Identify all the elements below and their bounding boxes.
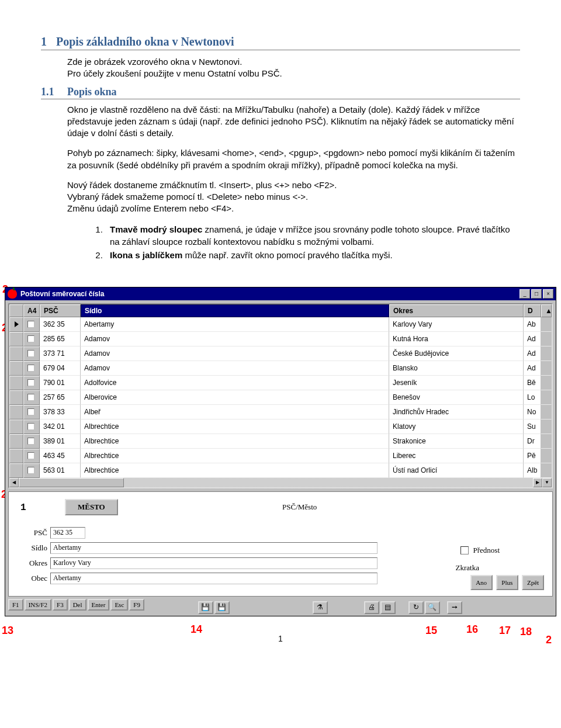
close-button[interactable]: × — [543, 289, 553, 299]
checkbox-icon[interactable] — [27, 365, 34, 372]
zpet-button[interactable]: Zpět — [522, 575, 544, 590]
vertical-scroll-track[interactable] — [541, 376, 552, 390]
checkbox-icon[interactable] — [27, 350, 34, 357]
prednost-checkbox[interactable] — [460, 546, 469, 554]
cell-checkbox[interactable] — [23, 346, 40, 361]
vertical-scroll-track[interactable] — [541, 346, 552, 361]
header-psc[interactable]: PSČ — [40, 304, 81, 317]
cell-checkbox[interactable] — [23, 361, 40, 376]
cell-checkbox[interactable] — [23, 317, 40, 332]
checkbox-icon[interactable] — [27, 379, 34, 386]
vertical-scroll-track[interactable] — [541, 420, 552, 434]
cell-checkbox[interactable] — [23, 376, 40, 390]
checkbox-icon[interactable] — [27, 452, 34, 459]
status-key-esc[interactable]: Esc — [110, 599, 128, 611]
ano-button[interactable]: Ano — [470, 575, 493, 590]
scroll-thumb[interactable] — [19, 478, 124, 487]
table-row[interactable]: 563 01AlbrechticeÚstí nad OrlicíAlb — [9, 463, 552, 478]
header-a4[interactable]: A4 — [23, 304, 40, 317]
status-key-f1[interactable]: F1 — [8, 599, 23, 611]
checkbox-icon[interactable] — [27, 438, 34, 445]
table-row[interactable]: 285 65AdamovKutná HoraAd — [9, 332, 552, 346]
table-row[interactable]: 373 71AdamovČeské BudějoviceAd — [9, 346, 552, 361]
vertical-scroll-track[interactable] — [541, 317, 552, 332]
scroll-up-button[interactable]: ▲ — [541, 304, 552, 317]
data-grid[interactable]: A4 PSČ Sídlo Okres D ▲ 362 35AbertamyKar… — [8, 303, 553, 488]
apple-icon[interactable] — [8, 289, 17, 299]
table-row[interactable]: 257 65AlberoviceBenešovLo — [9, 390, 552, 405]
plus-button[interactable]: Plus — [496, 575, 518, 590]
vertical-scroll-track[interactable] — [541, 361, 552, 376]
row-indicator[interactable] — [9, 346, 23, 361]
titlebar[interactable]: Poštovní směrovací čísla _ □ × — [5, 287, 556, 300]
vertical-scroll-track[interactable] — [541, 390, 552, 405]
row-indicator[interactable] — [9, 390, 23, 405]
checkbox-icon[interactable] — [27, 467, 34, 474]
table-row[interactable]: 378 33AlbeřJindřichův HradecNo — [9, 405, 552, 420]
cell-psc: 463 45 — [40, 449, 81, 463]
refresh-icon[interactable]: ↻ — [408, 601, 424, 614]
scroll-track[interactable] — [124, 478, 533, 487]
row-indicator[interactable] — [9, 449, 23, 463]
checkbox-icon[interactable] — [27, 408, 34, 415]
bar-icon[interactable]: ▤ — [380, 601, 396, 614]
checkbox-icon[interactable] — [27, 335, 34, 342]
status-key-del[interactable]: Del — [69, 599, 86, 611]
row-indicator[interactable] — [9, 361, 23, 376]
scroll-right-button[interactable]: ▶ — [533, 478, 542, 487]
row-indicator[interactable] — [9, 434, 23, 449]
psc-field[interactable]: 362 35 — [50, 527, 85, 539]
status-key-f3[interactable]: F3 — [53, 599, 68, 611]
vertical-scroll-track[interactable] — [541, 405, 552, 420]
print-icon[interactable]: 🖨 — [364, 601, 379, 614]
table-row[interactable]: 790 01AdolfoviceJeseníkBě — [9, 376, 552, 390]
cell-checkbox[interactable] — [23, 463, 40, 478]
cell-checkbox[interactable] — [23, 434, 40, 449]
status-key-ins-f2[interactable]: INS/F2 — [25, 599, 51, 611]
sidlo-field[interactable]: Abertamy — [50, 542, 378, 554]
header-sidlo[interactable]: Sídlo — [81, 304, 389, 317]
next-icon[interactable]: ➙ — [447, 601, 462, 614]
header-selector[interactable] — [9, 304, 23, 317]
header-okres[interactable]: Okres — [389, 304, 524, 317]
table-row[interactable]: 362 35AbertamyKarlovy VaryAb — [9, 317, 552, 332]
vertical-scroll-track[interactable] — [541, 463, 552, 478]
checkbox-icon[interactable] — [27, 394, 34, 401]
vertical-scroll-track[interactable] — [541, 332, 552, 346]
row-indicator[interactable] — [9, 332, 23, 346]
scroll-left-button[interactable]: ◀ — [9, 478, 19, 487]
cell-checkbox[interactable] — [23, 449, 40, 463]
prednost-checkbox-group[interactable]: Přednost — [460, 546, 500, 555]
obec-field[interactable]: Abertamy — [50, 573, 378, 584]
row-indicator[interactable] — [9, 463, 23, 478]
table-row[interactable]: 679 04AdamovBlanskoAd — [9, 361, 552, 376]
header-d[interactable]: D — [524, 304, 541, 317]
checkbox-icon[interactable] — [27, 321, 34, 328]
checkbox-icon[interactable] — [27, 423, 34, 430]
cell-checkbox[interactable] — [23, 390, 40, 405]
status-key-f9[interactable]: F9 — [129, 599, 144, 611]
row-indicator[interactable] — [9, 405, 23, 420]
tab-mesto[interactable]: MĚSTO — [65, 499, 118, 515]
scroll-down-button[interactable]: ▼ — [542, 478, 552, 487]
filter-icon[interactable]: ⚗ — [313, 601, 328, 614]
cell-checkbox[interactable] — [23, 332, 40, 346]
row-indicator[interactable] — [9, 376, 23, 390]
vertical-scroll-track[interactable] — [541, 434, 552, 449]
search-icon[interactable]: 🔍 — [425, 601, 440, 614]
status-key-enter[interactable]: Enter — [88, 599, 110, 611]
row-indicator[interactable] — [9, 420, 23, 434]
table-row[interactable]: 463 45AlbrechticeLiberecPě — [9, 449, 552, 463]
cell-checkbox[interactable] — [23, 420, 40, 434]
table-row[interactable]: 389 01AlbrechticeStrakoniceDr — [9, 434, 552, 449]
table-row[interactable]: 342 01AlbrechticeKlatovySu — [9, 420, 552, 434]
vertical-scroll-track[interactable] — [541, 449, 552, 463]
row-indicator[interactable] — [9, 317, 23, 332]
save-all-icon[interactable]: 💾 — [214, 601, 230, 614]
save-icon[interactable]: 💾 — [198, 601, 213, 614]
maximize-button[interactable]: □ — [531, 289, 542, 299]
okres-field[interactable]: Karlovy Vary — [50, 557, 378, 569]
cell-checkbox[interactable] — [23, 405, 40, 420]
horizontal-scrollbar[interactable]: ◀ ▶ ▼ — [9, 478, 552, 487]
minimize-button[interactable]: _ — [520, 289, 530, 299]
